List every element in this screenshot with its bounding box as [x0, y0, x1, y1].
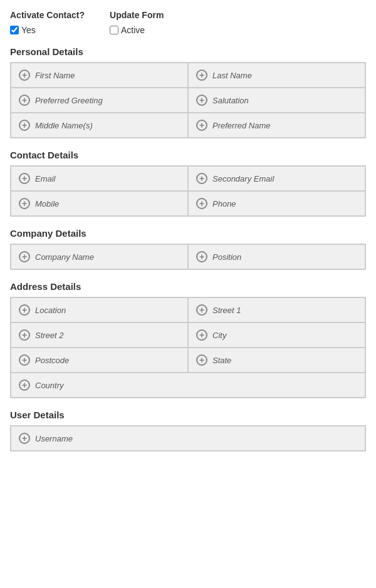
field-preferred-name[interactable]: + Preferred Name	[188, 113, 365, 138]
update-form-label: Update Form	[110, 10, 164, 20]
plus-icon-preferred-greeting: +	[19, 95, 30, 106]
plus-icon-first-name: +	[19, 70, 30, 81]
header-row: Activate Contact? Yes Update Form Active	[10, 10, 366, 35]
active-checkbox[interactable]	[110, 26, 118, 34]
field-label-postcode: Postcode	[35, 356, 69, 365]
personal-section-title: Personal Details	[10, 46, 366, 57]
active-checkbox-row: Active	[110, 25, 164, 35]
user-section-title: User Details	[10, 410, 366, 420]
company-fields-grid: + Company Name + Position	[10, 244, 366, 270]
field-company-name[interactable]: + Company Name	[11, 244, 188, 269]
field-label-street-1: Street 1	[212, 306, 241, 315]
section-personal: Personal Details + First Name + Last Nam…	[10, 46, 366, 138]
field-label-country: Country	[35, 381, 64, 390]
plus-icon-salutation: +	[196, 95, 207, 106]
field-label-username: Username	[35, 434, 73, 443]
field-label-state: State	[212, 356, 231, 365]
field-label-last-name: Last Name	[212, 71, 252, 80]
plus-icon-secondary-email: +	[196, 173, 207, 184]
field-postcode[interactable]: + Postcode	[11, 348, 188, 373]
field-position[interactable]: + Position	[188, 244, 365, 269]
plus-icon-username: +	[19, 433, 30, 444]
field-middle-names[interactable]: + Middle Name(s)	[11, 113, 188, 138]
field-mobile[interactable]: + Mobile	[11, 191, 188, 216]
field-salutation[interactable]: + Salutation	[188, 88, 365, 113]
field-first-name[interactable]: + First Name	[11, 63, 188, 88]
section-company: Company Details + Company Name + Positio…	[10, 228, 366, 270]
activate-contact-col: Activate Contact? Yes	[10, 10, 85, 35]
field-label-preferred-name: Preferred Name	[212, 121, 270, 130]
plus-icon-last-name: +	[196, 70, 207, 81]
yes-checkbox-row: Yes	[10, 25, 85, 35]
user-fields-grid: + Username	[10, 425, 366, 451]
plus-icon-state: +	[196, 354, 207, 366]
section-address: Address Details + Location + Street 1 + …	[10, 281, 366, 398]
plus-icon-postcode: +	[19, 354, 30, 366]
field-label-street-2: Street 2	[35, 331, 64, 340]
plus-icon-position: +	[196, 251, 207, 262]
plus-icon-middle-names: +	[19, 120, 30, 131]
yes-checkbox[interactable]	[10, 26, 19, 34]
field-email[interactable]: + Email	[11, 166, 188, 191]
yes-label: Yes	[21, 25, 36, 35]
field-label-preferred-greeting: Preferred Greeting	[35, 96, 103, 105]
plus-icon-mobile: +	[19, 198, 30, 209]
field-location[interactable]: + Location	[11, 297, 188, 322]
field-street-2[interactable]: + Street 2	[11, 322, 188, 348]
plus-icon-phone: +	[196, 198, 207, 209]
contact-section-title: Contact Details	[10, 150, 366, 160]
plus-icon-city: +	[196, 329, 207, 341]
field-label-company-name: Company Name	[35, 252, 94, 262]
address-section-title: Address Details	[10, 281, 366, 292]
active-label: Active	[121, 25, 145, 35]
field-label-city: City	[212, 331, 226, 340]
field-preferred-greeting[interactable]: + Preferred Greeting	[11, 88, 188, 113]
plus-icon-location: +	[19, 304, 30, 316]
field-username[interactable]: + Username	[11, 426, 365, 451]
address-fields-grid: + Location + Street 1 + Street 2 + City …	[10, 297, 366, 398]
plus-icon-email: +	[19, 173, 30, 184]
field-state[interactable]: + State	[188, 348, 365, 373]
field-last-name[interactable]: + Last Name	[188, 63, 365, 88]
field-city[interactable]: + City	[188, 322, 365, 348]
field-label-secondary-email: Secondary Email	[212, 174, 274, 183]
field-label-email: Email	[35, 174, 56, 183]
update-form-col: Update Form Active	[110, 10, 164, 35]
plus-icon-company-name: +	[19, 251, 30, 262]
plus-icon-preferred-name: +	[196, 120, 207, 131]
personal-fields-grid: + First Name + Last Name + Preferred Gre…	[10, 62, 366, 138]
plus-icon-country: +	[19, 379, 30, 391]
activate-contact-label: Activate Contact?	[10, 10, 85, 20]
field-label-position: Position	[212, 252, 241, 262]
field-label-middle-names: Middle Name(s)	[35, 121, 93, 130]
plus-icon-street-1: +	[196, 304, 207, 316]
field-label-location: Location	[35, 306, 66, 315]
contact-fields-grid: + Email + Secondary Email + Mobile + Pho…	[10, 165, 366, 217]
plus-icon-street-2: +	[19, 329, 30, 341]
field-country[interactable]: + Country	[11, 373, 365, 398]
field-label-phone: Phone	[212, 199, 236, 209]
company-section-title: Company Details	[10, 228, 366, 239]
section-user: User Details + Username	[10, 410, 366, 451]
section-contact: Contact Details + Email + Secondary Emai…	[10, 150, 366, 217]
field-street-1[interactable]: + Street 1	[188, 297, 365, 322]
field-label-mobile: Mobile	[35, 199, 59, 209]
field-label-salutation: Salutation	[212, 96, 249, 105]
field-secondary-email[interactable]: + Secondary Email	[188, 166, 365, 191]
field-label-first-name: First Name	[35, 71, 75, 80]
field-phone[interactable]: + Phone	[188, 191, 365, 216]
